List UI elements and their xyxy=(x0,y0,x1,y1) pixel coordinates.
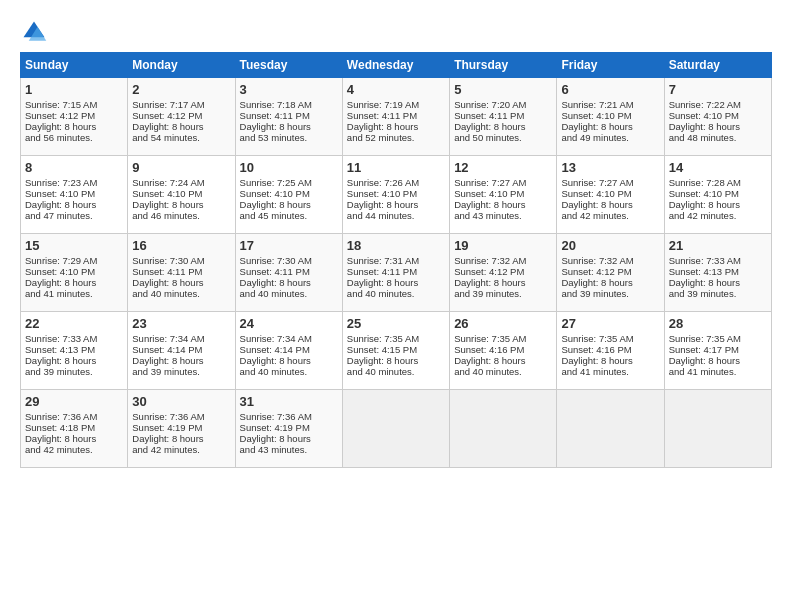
calendar-cell xyxy=(450,390,557,468)
day-number: 2 xyxy=(132,82,230,97)
day-info-line: Sunset: 4:16 PM xyxy=(454,344,552,355)
day-number: 15 xyxy=(25,238,123,253)
day-info-line: Sunrise: 7:21 AM xyxy=(561,99,659,110)
day-info-line: and 42 minutes. xyxy=(132,444,230,455)
day-info-line: Sunset: 4:10 PM xyxy=(669,188,767,199)
calendar-cell: 30Sunrise: 7:36 AMSunset: 4:19 PMDayligh… xyxy=(128,390,235,468)
calendar-cell: 1Sunrise: 7:15 AMSunset: 4:12 PMDaylight… xyxy=(21,78,128,156)
calendar-cell: 15Sunrise: 7:29 AMSunset: 4:10 PMDayligh… xyxy=(21,234,128,312)
header-day-friday: Friday xyxy=(557,53,664,78)
day-info-line: Sunset: 4:16 PM xyxy=(561,344,659,355)
calendar-cell: 28Sunrise: 7:35 AMSunset: 4:17 PMDayligh… xyxy=(664,312,771,390)
day-info-line: Daylight: 8 hours xyxy=(240,433,338,444)
calendar-cell: 23Sunrise: 7:34 AMSunset: 4:14 PMDayligh… xyxy=(128,312,235,390)
day-info-line: Sunrise: 7:27 AM xyxy=(454,177,552,188)
day-info-line: Sunset: 4:15 PM xyxy=(347,344,445,355)
day-info-line: Daylight: 8 hours xyxy=(240,277,338,288)
calendar-cell: 22Sunrise: 7:33 AMSunset: 4:13 PMDayligh… xyxy=(21,312,128,390)
day-info-line: Daylight: 8 hours xyxy=(561,277,659,288)
calendar-cell xyxy=(664,390,771,468)
day-info-line: Sunrise: 7:36 AM xyxy=(240,411,338,422)
day-info-line: Sunset: 4:12 PM xyxy=(25,110,123,121)
day-info-line: and 45 minutes. xyxy=(240,210,338,221)
day-info-line: and 42 minutes. xyxy=(561,210,659,221)
calendar-cell: 27Sunrise: 7:35 AMSunset: 4:16 PMDayligh… xyxy=(557,312,664,390)
day-info-line: Sunrise: 7:36 AM xyxy=(132,411,230,422)
day-info-line: Sunset: 4:10 PM xyxy=(454,188,552,199)
day-info-line: Daylight: 8 hours xyxy=(25,277,123,288)
calendar-cell: 10Sunrise: 7:25 AMSunset: 4:10 PMDayligh… xyxy=(235,156,342,234)
day-info-line: Sunrise: 7:18 AM xyxy=(240,99,338,110)
day-info-line: and 41 minutes. xyxy=(25,288,123,299)
day-info-line: Sunset: 4:10 PM xyxy=(347,188,445,199)
calendar-week-3: 15Sunrise: 7:29 AMSunset: 4:10 PMDayligh… xyxy=(21,234,772,312)
day-info-line: Sunrise: 7:28 AM xyxy=(669,177,767,188)
day-info-line: and 46 minutes. xyxy=(132,210,230,221)
logo-icon xyxy=(20,18,48,46)
day-info-line: and 40 minutes. xyxy=(240,366,338,377)
day-info-line: Sunrise: 7:17 AM xyxy=(132,99,230,110)
day-info-line: Daylight: 8 hours xyxy=(561,199,659,210)
day-number: 22 xyxy=(25,316,123,331)
day-number: 11 xyxy=(347,160,445,175)
day-info-line: Sunset: 4:10 PM xyxy=(25,188,123,199)
calendar-week-4: 22Sunrise: 7:33 AMSunset: 4:13 PMDayligh… xyxy=(21,312,772,390)
day-info-line: Daylight: 8 hours xyxy=(347,277,445,288)
day-number: 27 xyxy=(561,316,659,331)
day-number: 31 xyxy=(240,394,338,409)
calendar-cell: 26Sunrise: 7:35 AMSunset: 4:16 PMDayligh… xyxy=(450,312,557,390)
day-info-line: and 39 minutes. xyxy=(132,366,230,377)
day-info-line: Daylight: 8 hours xyxy=(454,355,552,366)
day-info-line: Sunrise: 7:24 AM xyxy=(132,177,230,188)
day-info-line: Sunset: 4:17 PM xyxy=(669,344,767,355)
day-info-line: and 42 minutes. xyxy=(669,210,767,221)
day-info-line: and 48 minutes. xyxy=(669,132,767,143)
calendar-cell: 21Sunrise: 7:33 AMSunset: 4:13 PMDayligh… xyxy=(664,234,771,312)
day-info-line: Daylight: 8 hours xyxy=(240,121,338,132)
day-info-line: and 53 minutes. xyxy=(240,132,338,143)
day-info-line: Sunrise: 7:35 AM xyxy=(669,333,767,344)
day-info-line: Daylight: 8 hours xyxy=(561,355,659,366)
day-info-line: and 43 minutes. xyxy=(240,444,338,455)
day-number: 26 xyxy=(454,316,552,331)
header-day-wednesday: Wednesday xyxy=(342,53,449,78)
day-info-line: Sunset: 4:11 PM xyxy=(347,266,445,277)
calendar-cell: 19Sunrise: 7:32 AMSunset: 4:12 PMDayligh… xyxy=(450,234,557,312)
calendar-week-5: 29Sunrise: 7:36 AMSunset: 4:18 PMDayligh… xyxy=(21,390,772,468)
day-info-line: Sunrise: 7:22 AM xyxy=(669,99,767,110)
calendar-body: 1Sunrise: 7:15 AMSunset: 4:12 PMDaylight… xyxy=(21,78,772,468)
day-info-line: Sunset: 4:10 PM xyxy=(561,110,659,121)
day-info-line: Daylight: 8 hours xyxy=(132,199,230,210)
calendar-cell: 11Sunrise: 7:26 AMSunset: 4:10 PMDayligh… xyxy=(342,156,449,234)
day-info-line: Sunset: 4:12 PM xyxy=(132,110,230,121)
header-row: SundayMondayTuesdayWednesdayThursdayFrid… xyxy=(21,53,772,78)
day-info-line: Sunset: 4:10 PM xyxy=(25,266,123,277)
day-number: 7 xyxy=(669,82,767,97)
day-info-line: Sunrise: 7:20 AM xyxy=(454,99,552,110)
calendar-cell: 17Sunrise: 7:30 AMSunset: 4:11 PMDayligh… xyxy=(235,234,342,312)
page-container: SundayMondayTuesdayWednesdayThursdayFrid… xyxy=(0,0,792,478)
logo xyxy=(20,18,52,46)
day-info-line: Sunrise: 7:35 AM xyxy=(561,333,659,344)
day-number: 30 xyxy=(132,394,230,409)
day-info-line: Sunrise: 7:32 AM xyxy=(454,255,552,266)
day-info-line: Sunset: 4:12 PM xyxy=(454,266,552,277)
day-info-line: Sunrise: 7:30 AM xyxy=(132,255,230,266)
day-number: 13 xyxy=(561,160,659,175)
day-info-line: Sunset: 4:12 PM xyxy=(561,266,659,277)
header-day-monday: Monday xyxy=(128,53,235,78)
day-info-line: Daylight: 8 hours xyxy=(347,355,445,366)
day-number: 8 xyxy=(25,160,123,175)
day-info-line: Daylight: 8 hours xyxy=(25,121,123,132)
day-number: 28 xyxy=(669,316,767,331)
day-info-line: and 39 minutes. xyxy=(454,288,552,299)
day-info-line: Sunset: 4:10 PM xyxy=(132,188,230,199)
day-number: 1 xyxy=(25,82,123,97)
day-info-line: and 40 minutes. xyxy=(240,288,338,299)
day-info-line: Daylight: 8 hours xyxy=(454,277,552,288)
day-number: 9 xyxy=(132,160,230,175)
day-info-line: Sunset: 4:11 PM xyxy=(454,110,552,121)
day-info-line: Daylight: 8 hours xyxy=(347,199,445,210)
calendar-cell: 5Sunrise: 7:20 AMSunset: 4:11 PMDaylight… xyxy=(450,78,557,156)
calendar-cell xyxy=(342,390,449,468)
